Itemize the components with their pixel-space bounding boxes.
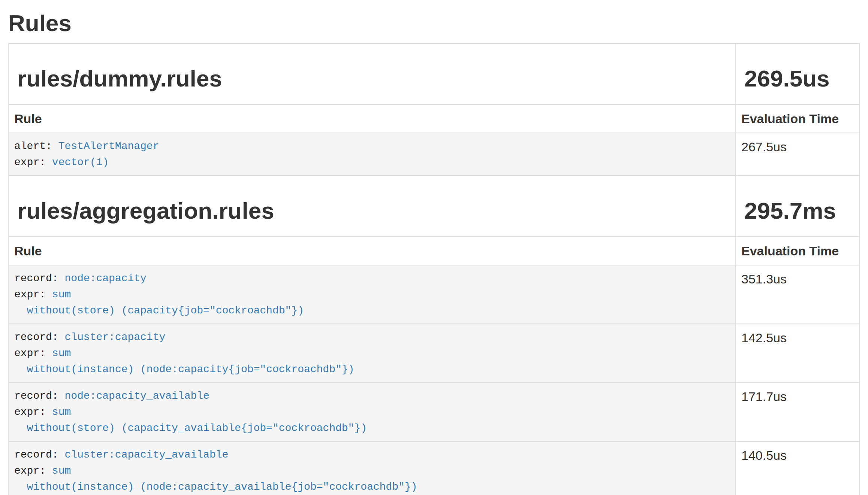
- rule-column-header-cell: Rule: [9, 104, 736, 133]
- rule-group-header-row: rules/dummy.rules 269.5us: [9, 43, 859, 104]
- page-title: Rules: [8, 10, 860, 37]
- rule-column-header: Rule: [14, 244, 42, 258]
- rule-group-header-row: rules/aggregation.rules 295.7ms: [9, 176, 859, 237]
- rule-evaluation-time: 267.5us: [736, 133, 859, 176]
- rule-definition-cell: record: node:capacity_availableexpr: sum…: [9, 383, 736, 441]
- rule-link[interactable]: TestAlertManager: [58, 140, 159, 152]
- rule-keyword: [14, 481, 27, 493]
- rule-row: alert: TestAlertManagerexpr: vector(1) 2…: [9, 133, 859, 176]
- rule-group-file: rules/dummy.rules: [14, 66, 730, 91]
- column-header-row: Rule Evaluation Time: [9, 104, 859, 133]
- rule-keyword: [14, 422, 27, 434]
- rule-definition-cell: record: cluster:capacity_availableexpr: …: [9, 441, 736, 495]
- rule-line: record: node:capacity_available: [14, 388, 730, 404]
- rule-keyword: expr:: [14, 157, 52, 168]
- rule-line: expr: vector(1): [14, 154, 730, 170]
- rule-link[interactable]: sum: [52, 347, 71, 359]
- rule-line: expr: sum: [14, 463, 730, 479]
- rule-definition-cell: record: node:capacityexpr: sum without(s…: [9, 265, 736, 324]
- rule-link[interactable]: cluster:capacity_available: [64, 449, 228, 461]
- rule-line: without(store) (capacity_available{job="…: [14, 420, 730, 436]
- rule-row: record: cluster:capacity_availableexpr: …: [9, 441, 859, 495]
- rule-link[interactable]: node:capacity: [64, 273, 146, 284]
- rule-line: record: node:capacity: [14, 270, 730, 286]
- rule-group-file-cell: rules/aggregation.rules: [9, 176, 736, 237]
- evaluation-time-column-header: Evaluation Time: [741, 112, 839, 126]
- rule-evaluation-time: 142.5us: [736, 324, 859, 383]
- rule-evaluation-time: 351.3us: [736, 265, 859, 324]
- rule-line: without(instance) (node:capacity{job="co…: [14, 361, 730, 377]
- rule-keyword: expr:: [14, 347, 52, 359]
- rule-link[interactable]: node:capacity_available: [64, 390, 209, 402]
- column-header-row: Rule Evaluation Time: [9, 237, 859, 265]
- rule-keyword: record:: [14, 273, 64, 284]
- rule-link[interactable]: without(instance) (node:capacity{job="co…: [27, 364, 355, 375]
- rules-table: rules/dummy.rules 269.5us Rule Evaluatio…: [8, 43, 860, 495]
- rule-definition-cell: alert: TestAlertManagerexpr: vector(1): [9, 133, 736, 176]
- rule-keyword: record:: [14, 390, 64, 402]
- rule-group-evaluation-time-cell: 269.5us: [736, 43, 859, 104]
- rule-keyword: [14, 305, 27, 316]
- rule-row: record: node:capacity_availableexpr: sum…: [9, 383, 859, 441]
- rule-line: record: cluster:capacity_available: [14, 447, 730, 463]
- rule-group-file: rules/aggregation.rules: [14, 198, 730, 223]
- rule-group-evaluation-time: 295.7ms: [741, 198, 854, 223]
- rule-keyword: expr:: [14, 406, 52, 418]
- rule-link[interactable]: sum: [52, 465, 71, 477]
- rule-group-file-cell: rules/dummy.rules: [9, 43, 736, 104]
- rule-evaluation-time: 140.5us: [736, 441, 859, 495]
- rule-line: expr: sum: [14, 286, 730, 303]
- rule-keyword: expr:: [14, 465, 52, 477]
- rules-page: Rules rules/dummy.rules 269.5us Rule Eva…: [0, 10, 868, 495]
- evaluation-time-column-header-cell: Evaluation Time: [736, 237, 859, 265]
- evaluation-time-column-header-cell: Evaluation Time: [736, 104, 859, 133]
- rule-line: record: cluster:capacity: [14, 329, 730, 345]
- rule-link[interactable]: without(store) (capacity_available{job="…: [27, 422, 367, 434]
- rule-group-evaluation-time: 269.5us: [741, 66, 854, 91]
- rule-line: alert: TestAlertManager: [14, 138, 730, 154]
- rule-row: record: cluster:capacityexpr: sum withou…: [9, 324, 859, 383]
- rule-keyword: expr:: [14, 289, 52, 300]
- rule-group-evaluation-time-cell: 295.7ms: [736, 176, 859, 237]
- rule-keyword: record:: [14, 449, 64, 461]
- rule-keyword: record:: [14, 331, 64, 343]
- rule-row: record: node:capacityexpr: sum without(s…: [9, 265, 859, 324]
- rule-line: expr: sum: [14, 404, 730, 420]
- evaluation-time-column-header: Evaluation Time: [741, 244, 839, 258]
- rule-link[interactable]: cluster:capacity: [64, 331, 165, 343]
- rule-link[interactable]: without(instance) (node:capacity_availab…: [27, 481, 418, 493]
- rule-evaluation-time: 171.7us: [736, 383, 859, 441]
- rule-definition-cell: record: cluster:capacityexpr: sum withou…: [9, 324, 736, 383]
- rule-keyword: [14, 364, 27, 375]
- rule-link[interactable]: vector(1): [52, 157, 109, 168]
- rule-line: without(store) (capacity{job="cockroachd…: [14, 303, 730, 319]
- rule-link[interactable]: sum: [52, 289, 71, 300]
- rule-line: expr: sum: [14, 345, 730, 361]
- rule-column-header: Rule: [14, 112, 42, 126]
- rule-keyword: alert:: [14, 140, 58, 152]
- rule-column-header-cell: Rule: [9, 237, 736, 265]
- rule-link[interactable]: sum: [52, 406, 71, 418]
- rule-link[interactable]: without(store) (capacity{job="cockroachd…: [27, 305, 304, 316]
- rule-line: without(instance) (node:capacity_availab…: [14, 479, 730, 495]
